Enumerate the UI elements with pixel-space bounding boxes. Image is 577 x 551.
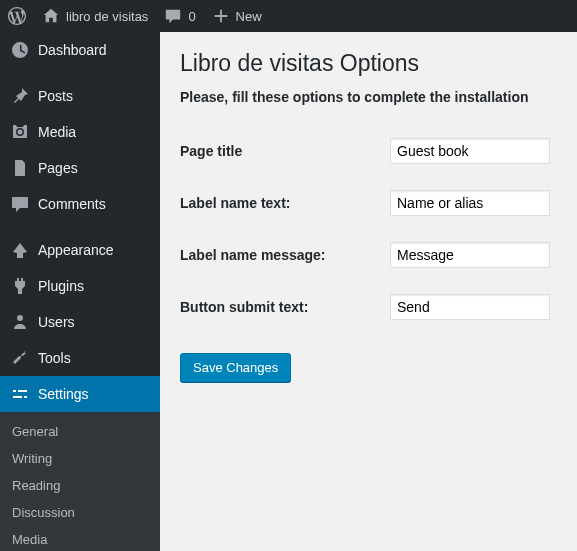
- sidebar-item-tools[interactable]: Tools: [0, 340, 160, 376]
- sidebar-item-media[interactable]: Media: [0, 114, 160, 150]
- topbar-wp-logo[interactable]: [0, 0, 34, 32]
- sidebar-item-appearance[interactable]: Appearance: [0, 232, 160, 268]
- home-icon: [42, 7, 60, 25]
- sidebar-item-pages[interactable]: Pages: [0, 150, 160, 186]
- tools-icon: [10, 348, 30, 368]
- comment-icon: [164, 7, 182, 25]
- topbar-site-link[interactable]: libro de visitas: [34, 0, 156, 32]
- wordpress-icon: [8, 7, 26, 25]
- sidebar-item-label: Media: [38, 124, 76, 140]
- sidebar-item-label: Dashboard: [38, 42, 107, 58]
- input-name-text[interactable]: [390, 190, 550, 216]
- sidebar-item-settings[interactable]: Settings: [0, 376, 160, 412]
- dashboard-icon: [10, 40, 30, 60]
- input-name-message[interactable]: [390, 242, 550, 268]
- sidebar-item-comments[interactable]: Comments: [0, 186, 160, 222]
- sidebar-item-dashboard[interactable]: Dashboard: [0, 32, 160, 68]
- submenu-item-reading[interactable]: Reading: [0, 472, 160, 499]
- main-content: Libro de visitas Options Please, fill th…: [160, 32, 577, 551]
- sidebar-item-label: Appearance: [38, 242, 114, 258]
- submenu-item-writing[interactable]: Writing: [0, 445, 160, 472]
- users-icon: [10, 312, 30, 332]
- save-changes-button[interactable]: Save Changes: [180, 353, 291, 382]
- settings-icon: [10, 384, 30, 404]
- submenu-item-media[interactable]: Media: [0, 526, 160, 551]
- sidebar-item-label: Tools: [38, 350, 71, 366]
- sidebar-item-label: Plugins: [38, 278, 84, 294]
- label-name-text: Label name text:: [180, 177, 390, 229]
- topbar-comments-count: 0: [188, 9, 195, 24]
- label-submit-text: Button submit text:: [180, 281, 390, 333]
- topbar-site-name: libro de visitas: [66, 9, 148, 24]
- settings-form-table: Page title Label name text: Label name m…: [180, 125, 557, 333]
- submenu-item-discussion[interactable]: Discussion: [0, 499, 160, 526]
- sidebar-item-plugins[interactable]: Plugins: [0, 268, 160, 304]
- sidebar-item-label: Comments: [38, 196, 106, 212]
- pin-icon: [10, 86, 30, 106]
- label-page-title: Page title: [180, 125, 390, 177]
- page-title: Libro de visitas Options: [180, 50, 557, 77]
- topbar-new-label: New: [236, 9, 262, 24]
- page-subtitle: Please, fill these options to complete t…: [180, 89, 557, 105]
- sidebar-item-label: Settings: [38, 386, 89, 402]
- page-icon: [10, 158, 30, 178]
- media-icon: [10, 122, 30, 142]
- topbar-new[interactable]: New: [204, 0, 270, 32]
- plus-icon: [212, 7, 230, 25]
- input-submit-text[interactable]: [390, 294, 550, 320]
- admin-sidebar: Dashboard Posts Media Pages Comments App…: [0, 32, 160, 551]
- admin-topbar: libro de visitas 0 New: [0, 0, 577, 32]
- plugins-icon: [10, 276, 30, 296]
- sidebar-item-label: Pages: [38, 160, 78, 176]
- sidebar-item-posts[interactable]: Posts: [0, 78, 160, 114]
- submenu-item-general[interactable]: General: [0, 418, 160, 445]
- topbar-comments[interactable]: 0: [156, 0, 203, 32]
- sidebar-item-label: Users: [38, 314, 75, 330]
- sidebar-item-users[interactable]: Users: [0, 304, 160, 340]
- appearance-icon: [10, 240, 30, 260]
- label-name-message: Label name message:: [180, 229, 390, 281]
- sidebar-item-label: Posts: [38, 88, 73, 104]
- comments-icon: [10, 194, 30, 214]
- input-page-title[interactable]: [390, 138, 550, 164]
- settings-submenu: General Writing Reading Discussion Media…: [0, 412, 160, 551]
